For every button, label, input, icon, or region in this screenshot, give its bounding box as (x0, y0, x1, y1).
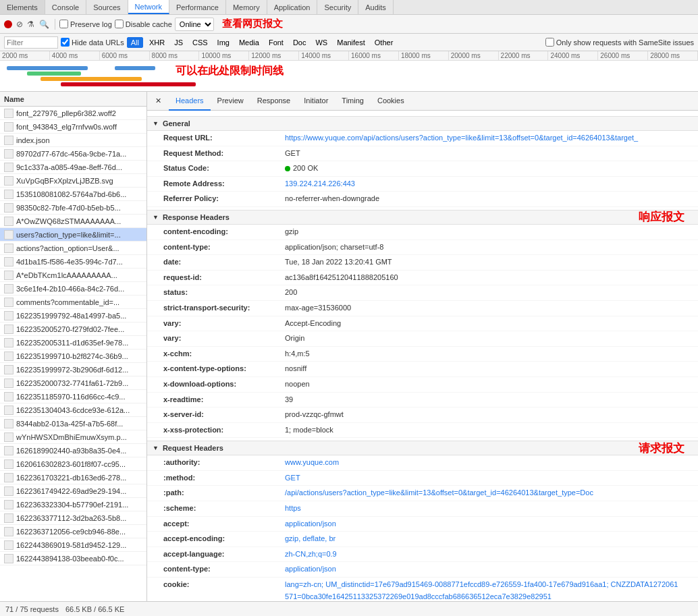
filter-font-btn[interactable]: Font (265, 38, 287, 47)
clear-button[interactable]: ⊘ (15, 20, 24, 29)
preserve-log-checkbox[interactable] (59, 20, 68, 28)
list-item[interactable]: 1622443894138-03beeab0-f0c... (0, 552, 146, 565)
request-list: font_227976_pllep6r382.woff2font_943843_… (0, 107, 146, 565)
tab-security[interactable]: Security (317, 0, 358, 14)
header-row: x-xss-protection:1; mode=block (147, 423, 698, 439)
tab-network[interactable]: Network (128, 0, 169, 14)
list-item[interactable]: font_227976_pllep6r382.woff2 (0, 107, 146, 120)
list-item[interactable]: 98350c82-7bfe-47d0-b5eb-b5... (0, 201, 146, 215)
timeline-graph[interactable]: 可以在此处限制时间线 (0, 61, 698, 92)
separator (55, 19, 55, 30)
samesite-checkbox[interactable] (545, 38, 554, 47)
filter-ws-btn[interactable]: WS (312, 38, 331, 47)
tab-timing[interactable]: Timing (335, 92, 371, 111)
list-item[interactable]: 1620616302823-601f8f07-cc95... (0, 457, 146, 471)
list-item[interactable]: 1622351185970-116d66cc-4c9... (0, 390, 146, 403)
list-item[interactable]: 1622351304043-6cdce93e-612a... (0, 403, 146, 417)
tab-headers[interactable]: Headers (169, 92, 211, 111)
header-value: 39 (285, 394, 293, 406)
item-name: comments?commentable_id=... (16, 298, 119, 306)
filter-img-btn[interactable]: Img (214, 38, 233, 47)
header-row: :scheme:https (147, 501, 698, 517)
tab-cookies[interactable]: Cookies (371, 92, 411, 111)
headers-content: ▼ General Request URL:https://www.yuque.… (147, 111, 698, 601)
samesite-label[interactable]: Only show requests with SameSite issues (545, 38, 694, 47)
request-triangle: ▼ (153, 445, 159, 451)
list-item[interactable]: 1622361749422-69ad9e29-194... (0, 484, 146, 498)
tab-elements[interactable]: Elements (0, 0, 45, 14)
list-item[interactable]: A*eDbTKcm1lcAAAAAAAAA... (0, 269, 146, 282)
header-value: noopen (285, 379, 310, 391)
header-key: :authority: (163, 457, 285, 469)
list-item[interactable]: A*OwZWQ68zSTMAAAAAAA... (0, 215, 146, 228)
list-item[interactable]: 3c6e1fe4-2b10-466a-84c2-76d... (0, 282, 146, 296)
search-button[interactable]: 🔍 (37, 18, 51, 31)
filter-css-btn[interactable]: CSS (189, 38, 211, 47)
filter-manifest-btn[interactable]: Manifest (333, 38, 369, 47)
timeline-area[interactable]: 2000 ms4000 ms6000 ms8000 ms10000 ms1200… (0, 51, 698, 92)
list-item[interactable]: 1622363377112-3d2ba263-5b8... (0, 511, 146, 525)
header-value: zh-CN,zh;q=0.9 (285, 549, 337, 561)
filter-xhr-btn[interactable]: XHR (146, 38, 168, 47)
list-item[interactable]: 1622352005311-d1d635ef-9e78... (0, 336, 146, 349)
tab-initiator[interactable]: Initiator (297, 92, 335, 111)
list-item[interactable]: font_943843_elg7rnfvw0s.woff (0, 120, 146, 134)
list-item[interactable]: 1622363323304-b57790ef-2191... (0, 498, 146, 511)
record-button[interactable] (4, 20, 12, 28)
preserve-log-label[interactable]: Preserve log (59, 20, 112, 28)
item-name: 1622352000732-7741fa61-72b9... (16, 379, 128, 387)
tab-console[interactable]: Console (45, 0, 86, 14)
hide-data-urls-label[interactable]: Hide data URLs (61, 38, 124, 47)
list-item[interactable]: 1622351999710-b2f8274c-36b9... (0, 349, 146, 363)
tab-response[interactable]: Response (250, 92, 298, 111)
disable-cache-label[interactable]: Disable cache (115, 20, 172, 28)
throttle-select[interactable]: Online (175, 18, 214, 31)
hide-data-urls-checkbox[interactable] (61, 38, 70, 47)
list-item[interactable]: 4d1ba1f5-f586-4e35-994c-7d7... (0, 255, 146, 269)
list-item[interactable]: 1622352005270-f279fd02-7fee... (0, 323, 146, 336)
tab-performance[interactable]: Performance (169, 0, 226, 14)
general-section-header[interactable]: ▼ General (147, 116, 698, 131)
response-headers-section[interactable]: ▼ Response Headers 响应报文 (147, 210, 698, 225)
list-item[interactable]: 1622352000732-7741fa61-72b9... (0, 376, 146, 390)
list-item[interactable]: 1622351999972-3b2906df-6d12... (0, 363, 146, 376)
tab-memory[interactable]: Memory (226, 0, 267, 14)
search-icon: 🔍 (39, 20, 49, 29)
close-detail-button[interactable]: ✕ (151, 94, 165, 108)
list-item[interactable]: 1622363712056-ce9cb946-88e... (0, 525, 146, 538)
header-row: vary:Origin (147, 331, 698, 347)
tab-audits[interactable]: Audits (358, 0, 394, 14)
tab-preview[interactable]: Preview (211, 92, 250, 111)
list-item[interactable]: 89702d77-67dc-456a-9cbe-71a... (0, 147, 146, 161)
filter-doc-btn[interactable]: Doc (290, 38, 310, 47)
list-item[interactable]: 1626189902440-a93b8a35-0e4... (0, 444, 146, 457)
filter-all-btn[interactable]: All (127, 37, 143, 48)
list-item[interactable]: 1622351999792-48a14997-ba5... (0, 309, 146, 323)
list-item[interactable]: index.json (0, 134, 146, 147)
list-item[interactable]: 9c1c337a-a085-49ae-8eff-76d... (0, 161, 146, 174)
filter-js-btn[interactable]: JS (171, 38, 186, 47)
disable-cache-checkbox[interactable] (115, 20, 124, 28)
list-item[interactable]: comments?commentable_id=... (0, 296, 146, 309)
item-name: 9c1c337a-a085-49ae-8eff-76d... (16, 163, 122, 171)
list-item[interactable]: actions?action_option=User&... (0, 242, 146, 255)
file-icon (4, 203, 14, 213)
tab-application[interactable]: Application (267, 0, 318, 14)
list-item[interactable]: XuVpGqBFxXplzvLjJBZB.svg (0, 174, 146, 188)
filter-other-btn[interactable]: Other (371, 38, 397, 47)
list-item[interactable]: 1622443869019-581d9452-129... (0, 538, 146, 552)
list-item[interactable]: users?action_type=like&limit=... (0, 228, 146, 242)
list-item[interactable]: 1535108081082-5764a7bd-6b6... (0, 188, 146, 201)
request-headers-section[interactable]: ▼ Request Headers 请求报文 (147, 441, 698, 455)
list-item[interactable]: 1622361703221-db163ed6-278... (0, 471, 146, 484)
header-row: strict-transport-security:max-age=315360… (147, 301, 698, 316)
filter-input[interactable] (4, 36, 58, 49)
list-item[interactable]: 8344abb2-013a-425f-a7b5-68f... (0, 417, 146, 430)
header-row: date:Tue, 18 Jan 2022 13:20:41 GMT (147, 255, 698, 271)
header-row: Remote Address:139.224.214.226:443 (147, 177, 698, 192)
filter-media-btn[interactable]: Media (236, 38, 263, 47)
timeline-tick: 26000 ms (598, 51, 648, 60)
list-item[interactable]: wYnHWSXDmBhiEmuwXsym.p... (0, 430, 146, 444)
header-key: x-cchm: (163, 348, 285, 360)
tab-sources[interactable]: Sources (86, 0, 128, 14)
